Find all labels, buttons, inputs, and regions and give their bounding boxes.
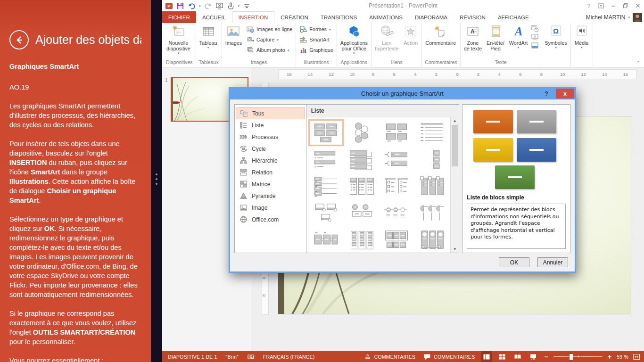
tab-insertion[interactable]: INSERTION — [232, 11, 274, 23]
category-hi-rarchie[interactable]: Hiérarchie — [236, 155, 305, 166]
view-reading-button[interactable] — [512, 351, 523, 362]
scroll-down-icon[interactable]: ▼ — [453, 246, 457, 253]
nouvelle-diapositive-button[interactable]: Nouvellediapositive▾ — [164, 24, 193, 58]
view-sorter-button[interactable] — [496, 351, 508, 362]
smartart-thumbnail-circle-boxes[interactable] — [344, 200, 379, 227]
images-button[interactable]: Images — [223, 24, 244, 58]
wordart-button[interactable]: AWordArt▾ — [507, 24, 530, 58]
album-photo-button[interactable]: Album photo▾ — [245, 46, 294, 54]
touch-mode-icon[interactable] — [227, 2, 235, 10]
dropdown-caret-icon[interactable]: ▾ — [238, 4, 240, 8]
zoom-out-button[interactable]: − — [543, 353, 549, 361]
cancel-button[interactable]: Annuler — [537, 257, 568, 267]
smartart-thumbnail-tab-list[interactable] — [344, 146, 379, 173]
tab-accueil[interactable]: ACCUEIL — [196, 11, 232, 23]
gallery-scrollbar[interactable]: ▲ ▼ — [450, 117, 459, 253]
commentaire-button[interactable]: Commentaire — [423, 24, 458, 58]
zone-de-texte-button[interactable]: AZonede texte — [462, 24, 484, 58]
object-icon[interactable] — [531, 42, 539, 49]
smartart-thumbnail-block-list[interactable] — [308, 119, 344, 146]
smartart-thumbnail-arrow-boxes[interactable] — [308, 227, 344, 253]
scrollbar-thumb[interactable] — [452, 125, 458, 166]
formes-button[interactable]: Formes▾ — [298, 25, 334, 33]
undo-icon[interactable] — [188, 2, 196, 10]
category-cycle[interactable]: Cycle — [236, 143, 305, 155]
smartart-thumbnail-bar-list[interactable] — [308, 146, 344, 173]
restore-icon[interactable] — [622, 2, 629, 9]
smartart-thumbnail-stacked-pictures[interactable] — [308, 200, 344, 227]
zoom-slider[interactable] — [553, 351, 603, 362]
spell-check-icon[interactable] — [247, 354, 255, 360]
tab-animations[interactable]: ANIMATIONS — [363, 11, 409, 23]
smartart-button[interactable]: SmartArt — [298, 35, 334, 44]
zoom-in-button[interactable]: + — [607, 353, 612, 361]
smartart-thumbnail-dot-line-list[interactable] — [379, 200, 414, 227]
minimize-icon[interactable] — [610, 2, 617, 9]
dialog-titlebar[interactable]: Choisir un graphique SmartArt ? x — [230, 87, 575, 99]
smartart-thumbnail-lined-list[interactable] — [414, 119, 449, 146]
comments-toggle[interactable]: COMMENTAIRES — [421, 351, 477, 362]
images-en-ligne-button[interactable]: Images en ligne — [245, 25, 294, 33]
tableau-button[interactable]: Tableau▾ — [197, 24, 220, 58]
category-office-com[interactable]: Office.com — [236, 214, 305, 225]
category-pyramide[interactable]: Pyramide — [236, 190, 305, 202]
tab-révision[interactable]: RÉVISION — [454, 11, 492, 23]
zoom-slider-thumb[interactable] — [569, 354, 573, 361]
user-avatar[interactable] — [633, 13, 642, 22]
smartart-thumbnail-picture-blocks[interactable] — [379, 119, 414, 146]
tab-affichage[interactable]: AFFICHAGE — [492, 11, 535, 23]
smartart-thumbnail-half-circle-list[interactable] — [414, 200, 449, 227]
back-button[interactable] — [9, 30, 29, 49]
dialog-help-button[interactable]: ? — [545, 90, 548, 97]
language-indicator[interactable]: FRANÇAIS (FRANCE) — [263, 354, 315, 360]
m-dia-button[interactable]: Média▾ — [572, 24, 592, 58]
en-t-te-pied-button[interactable]: En-tête/Pied — [484, 24, 507, 58]
datetime-icon[interactable] — [531, 25, 539, 32]
category-relation[interactable]: Relation — [236, 166, 305, 178]
category-processus[interactable]: Processus — [236, 131, 305, 143]
help-icon[interactable]: ? — [586, 2, 592, 9]
redo-icon[interactable] — [204, 2, 212, 10]
start-slideshow-icon[interactable] — [215, 2, 223, 10]
fit-slide-to-window-icon[interactable] — [633, 354, 640, 360]
panel-splitter[interactable] — [151, 0, 162, 362]
smartart-thumbnail-list-lines[interactable] — [308, 173, 344, 200]
dialog-close-button[interactable]: x — [556, 89, 574, 99]
smartart-thumbnail-grouped-blocks[interactable] — [379, 227, 414, 253]
notes-toggle[interactable]: COMMENTAIRES — [362, 351, 417, 362]
symboles-button[interactable]: ΩSymboles▾ — [542, 24, 569, 58]
scroll-up-icon[interactable]: ▲ — [453, 117, 457, 124]
graphique-button[interactable]: Graphique — [298, 46, 334, 54]
category-liste[interactable]: Liste — [236, 119, 305, 131]
close-icon[interactable] — [635, 2, 641, 9]
smartart-thumbnail-vertical-stacks[interactable] — [344, 227, 379, 253]
tab-création[interactable]: CRÉATION — [274, 11, 314, 23]
smartart-thumbnail-vertical-boxes[interactable] — [414, 146, 449, 173]
view-slideshow-button[interactable] — [528, 351, 539, 362]
smartart-thumbnail-vertical-columns[interactable] — [414, 173, 449, 200]
ok-button[interactable]: OK — [499, 257, 529, 267]
category-tous[interactable]: Tous — [236, 107, 305, 119]
smartart-thumbnail-bracket-list[interactable] — [379, 146, 414, 173]
tab-fichier[interactable]: FICHIER — [162, 11, 196, 23]
view-normal-button[interactable] — [481, 351, 492, 362]
slide-number-icon[interactable]: # — [531, 33, 539, 41]
category-matrice[interactable]: Matrice — [236, 178, 305, 190]
tab-transitions[interactable]: TRANSITIONS — [314, 11, 363, 23]
horizontal-ruler[interactable]: 1614121086420246810121416 — [278, 69, 636, 79]
smartart-thumbnail-column-bullets[interactable] — [344, 173, 379, 200]
powerpoint-logo-icon[interactable]: P — [165, 2, 173, 10]
tab-diaporama[interactable]: DIAPORAMA — [409, 11, 454, 23]
smartart-thumbnail-circle-columns[interactable] — [414, 227, 449, 253]
ribbon-display-icon[interactable] — [598, 2, 604, 9]
smartart-thumbnail-hexagon-cluster[interactable] — [344, 119, 379, 146]
zoom-level[interactable]: 59 % — [617, 354, 628, 360]
applications-pour-office-button[interactable]: Applicationspour Office▾ — [338, 24, 370, 58]
account-menu[interactable]: Michel MARTIN▾ — [586, 11, 644, 23]
save-icon[interactable] — [176, 2, 184, 10]
category-image[interactable]: Image — [236, 202, 305, 214]
collapse-ribbon-icon[interactable]: ⌃ — [636, 60, 640, 66]
customize-qat-icon[interactable] — [243, 2, 251, 10]
smartart-thumbnail-hierarchy-lines[interactable] — [379, 173, 414, 200]
splitter-handle-icon[interactable] — [156, 173, 157, 185]
